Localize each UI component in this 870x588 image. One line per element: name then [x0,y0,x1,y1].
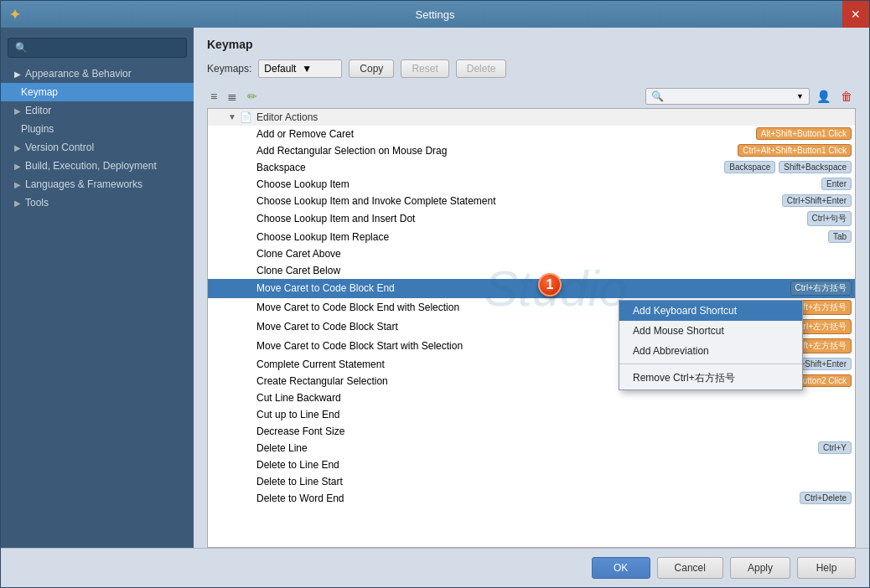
action-label: Add or Remove Caret [253,128,756,140]
shortcut-display: Ctrl+句号 [807,211,852,226]
tree-search-icon: 🔍 [651,90,664,102]
context-menu-item-remove[interactable]: Remove Ctrl+右方括号 [619,367,802,389]
table-row[interactable]: Delete Line Ctrl+Y [208,440,855,456]
expand-arrow-icon: ▶ [14,106,21,116]
action-label: Clone Caret Above [253,248,852,260]
expand-arrow-icon: ▶ [14,143,21,152]
keymaps-label: Keymaps: [207,63,251,75]
sidebar-item-label: Plugins [21,123,54,135]
cancel-button[interactable]: Cancel [657,557,723,579]
context-menu-item-label: Remove Ctrl+右方括号 [633,371,735,385]
sidebar-item-label: Languages & Frameworks [25,178,142,190]
shortcut-badge: Alt+Shift+Button1 Click [756,127,852,140]
table-row[interactable]: Cut up to Line End [208,406,855,423]
table-row[interactable]: Choose Lookup Item Replace Tab [208,229,855,245]
action-label: Delete to Word End [253,493,800,504]
ok-button[interactable]: OK [592,557,650,579]
sidebar-item-tools[interactable]: ▶ Tools [1,193,194,212]
main-panel: Keymap Keymaps: Default ▼ Copy Reset Del… [194,28,869,548]
shortcut-display: Tab [828,230,852,243]
shortcut-display: Alt+Shift+Button1 Click [756,127,852,140]
context-menu-item-label: Add Keyboard Shortcut [633,305,737,317]
sidebar-item-appearance[interactable]: ▶ Appearance & Behavior [1,64,194,83]
delete-button[interactable]: Delete [456,59,507,78]
sidebar-item-editor[interactable]: ▶ Editor [1,101,194,120]
sidebar-item-version-control[interactable]: ▶ Version Control [1,138,194,157]
search-icon: 🔍 [15,42,28,54]
sidebar-search-box[interactable]: 🔍 [8,38,187,58]
shortcut-display: Ctrl+Y [818,441,852,454]
sidebar: 🔍 ▶ Appearance & Behavior Keymap ▶ Edito… [1,28,194,548]
table-row[interactable]: Clone Caret Above [208,245,855,262]
sidebar-item-label: Keymap [21,86,58,98]
sidebar-search-input[interactable] [33,42,179,54]
sidebar-item-keymap[interactable]: Keymap [1,83,194,101]
badge-number-1: 1 [538,273,562,297]
context-menu-separator [619,364,802,364]
context-menu-item-label: Add Abbreviation [633,345,709,357]
sidebar-item-languages[interactable]: ▶ Languages & Frameworks [1,175,194,193]
table-row[interactable]: Delete to Line Start [208,473,855,490]
table-row[interactable]: Cut Line Backward [208,389,855,406]
keymap-dropdown[interactable]: Default ▼ [258,59,342,78]
shortcut-badge: Ctrl+右方括号 [790,281,852,296]
shortcut-display: Ctrl+Delete [800,492,852,504]
collapse-all-button[interactable]: ≣ [224,88,241,105]
edit-button[interactable]: ✏ [244,88,261,105]
action-label: Choose Lookup Item and Insert Dot [253,213,807,224]
table-row[interactable]: Decrease Font Size [208,423,855,440]
expand-all-button[interactable]: ≡ [207,88,220,105]
table-row[interactable]: Add or Remove Caret Alt+Shift+Button1 Cl… [208,126,855,142]
tree-toolbar: ≡ ≣ ✏ 🔍 ▼ 👤 🗑 [194,85,869,108]
table-row[interactable]: Clone Caret Below [208,262,855,279]
context-menu-item-label: Add Mouse Shortcut [633,325,724,337]
tree-section-header[interactable]: ▼ 📄 Editor Actions [208,109,855,126]
window-title: Settings [416,8,455,21]
copy-button[interactable]: Copy [349,59,394,78]
action-label: Delete Line [253,442,818,454]
help-button[interactable]: Help [797,557,856,579]
context-menu-item-add-mouse[interactable]: Add Mouse Shortcut [619,321,802,341]
title-bar: ✦ Settings ✕ [1,1,869,28]
action-label: Cut up to Line End [253,409,852,420]
table-row[interactable]: Delete to Line End [208,456,855,473]
sidebar-item-build[interactable]: ▶ Build, Execution, Deployment [1,157,194,175]
shortcut-display: Ctrl+Shift+Enter [782,194,852,207]
table-row[interactable]: Move Caret to Code Block End Ctrl+右方括号 [208,279,855,298]
search-dropdown-icon: ▼ [796,92,804,101]
sidebar-item-plugins[interactable]: Plugins [1,120,194,138]
table-row[interactable]: Backspace Backspace Shift+Backspace [208,159,855,176]
action-label: Add Rectangular Selection on Mouse Drag [253,145,738,157]
expand-arrow-icon: ▶ [14,162,21,171]
trash-icon-button[interactable]: 🗑 [837,88,856,105]
table-row[interactable]: Choose Lookup Item and Insert Dot Ctrl+句… [208,209,855,229]
shortcut-badge: Enter [821,178,852,190]
shortcut-badge: Ctrl+句号 [807,211,852,226]
action-label: Choose Lookup Item [253,178,821,190]
shortcut-badge: Tab [828,230,852,243]
action-label: Decrease Font Size [253,426,852,437]
main-header: Keymap Keymaps: Default ▼ Copy Reset Del… [194,28,869,85]
sidebar-item-label: Appearance & Behavior [25,68,132,80]
app-logo: ✦ [9,7,20,23]
table-row[interactable]: Delete to Word End Ctrl+Delete [208,490,855,507]
user-icon-button[interactable]: 👤 [813,88,834,105]
tree-search-field[interactable]: 🔍 ▼ [645,88,810,105]
shortcut-badge: Shift+Backspace [779,161,852,173]
table-row[interactable]: Choose Lookup Item and Invoke Complete S… [208,193,855,209]
context-menu-item-add-abbreviation[interactable]: Add Abbreviation [619,341,802,361]
shortcut-display: Enter [821,178,852,190]
close-button[interactable]: ✕ [842,1,869,28]
settings-window: ✦ Settings ✕ 🔍 ▶ Appearance & Behavior K… [0,0,870,588]
tree-search-input[interactable] [667,90,793,102]
context-menu-item-add-keyboard[interactable]: Add Keyboard Shortcut [619,301,802,321]
action-label: Cut Line Backward [253,392,852,404]
keymap-tree[interactable]: ▼ 📄 Editor Actions Add or Remove Caret A… [207,108,856,548]
action-label: Delete to Line End [253,459,852,471]
sidebar-item-label: Tools [25,197,49,209]
table-row[interactable]: Add Rectangular Selection on Mouse Drag … [208,142,855,159]
apply-button[interactable]: Apply [730,557,790,579]
table-row[interactable]: Choose Lookup Item Enter [208,176,855,193]
reset-button[interactable]: Reset [401,59,448,78]
keymap-row: Keymaps: Default ▼ Copy Reset Delete [207,59,856,78]
